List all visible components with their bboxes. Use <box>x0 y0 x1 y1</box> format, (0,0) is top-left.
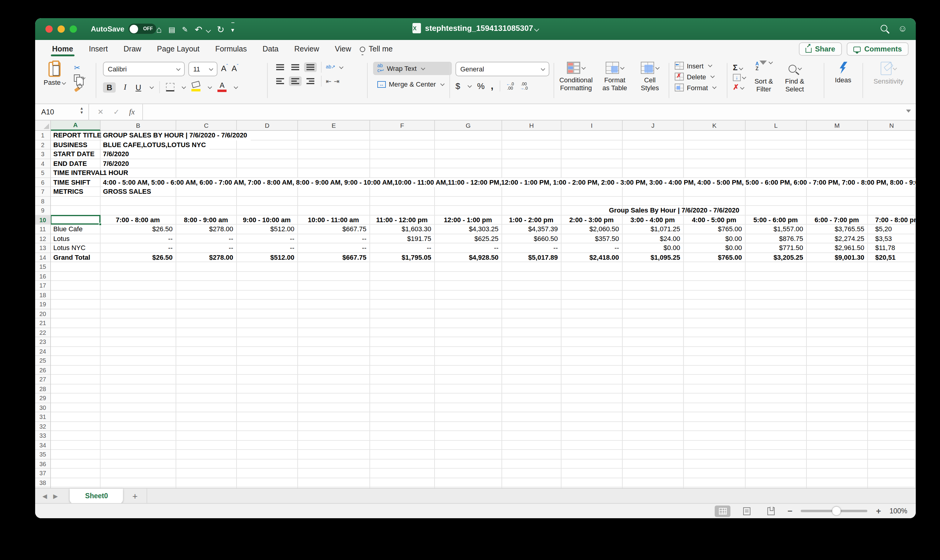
select-all-corner[interactable] <box>35 120 51 131</box>
underline-chevron-icon[interactable] <box>149 85 154 89</box>
row-number-2[interactable]: 2 <box>35 140 50 149</box>
cells-area[interactable]: REPORT TITLEGROUP SALES BY HOUR | 7/6/20… <box>51 131 916 488</box>
row-number-34[interactable]: 34 <box>35 440 50 450</box>
row-number-23[interactable]: 23 <box>35 337 50 346</box>
column-header-J[interactable]: J <box>623 120 684 131</box>
decrease-decimal-button[interactable]: ←.0.00 <box>506 82 514 90</box>
row-number-16[interactable]: 16 <box>35 272 50 281</box>
row-number-6[interactable]: 6 <box>35 178 50 187</box>
row-number-3[interactable]: 3 <box>35 149 50 159</box>
document-title[interactable]: stephtesting_1594131085307 <box>425 24 533 33</box>
bold-button[interactable]: B <box>103 82 116 92</box>
font-size-select[interactable]: 11 <box>188 62 217 76</box>
format-painter-button[interactable] <box>74 84 82 91</box>
row-number-25[interactable]: 25 <box>35 356 50 365</box>
row-number-9[interactable]: 9 <box>35 206 50 215</box>
row-number-30[interactable]: 30 <box>35 403 50 412</box>
add-sheet-button[interactable]: + <box>123 488 148 503</box>
row-number-10[interactable]: 10 <box>35 215 50 225</box>
insert-cells-button[interactable]: Insert <box>675 62 716 69</box>
column-header-G[interactable]: G <box>435 120 502 131</box>
tab-draw[interactable]: Draw <box>123 41 141 57</box>
cell-styles-button[interactable]: CellStyles <box>636 62 664 91</box>
wrap-text-button[interactable]: abc↩ Wrap Text <box>373 62 452 75</box>
clear-button[interactable]: ✗ <box>733 83 746 91</box>
align-top-button[interactable] <box>274 63 287 72</box>
tab-home[interactable]: Home <box>52 41 73 57</box>
conditional-formatting-button[interactable]: ConditionalFormatting <box>558 62 593 91</box>
copy-button[interactable] <box>74 74 85 82</box>
underline-button[interactable]: U <box>134 82 142 92</box>
row-number-5[interactable]: 5 <box>35 168 50 178</box>
column-header-F[interactable]: F <box>370 120 435 131</box>
increase-font-size-button[interactable]: Aˆ <box>221 63 228 76</box>
row-number-12[interactable]: 12 <box>35 234 50 243</box>
tell-me-button[interactable]: Tell me <box>360 41 393 57</box>
column-header-L[interactable]: L <box>746 120 807 131</box>
percent-button[interactable]: % <box>477 81 485 91</box>
font-color-chevron-icon[interactable] <box>234 85 238 89</box>
prev-sheet-icon[interactable]: ◀ <box>42 492 47 499</box>
currency-chevron-icon[interactable] <box>468 83 472 88</box>
row-number-36[interactable]: 36 <box>35 459 50 469</box>
align-left-button[interactable] <box>274 77 287 86</box>
row-number-21[interactable]: 21 <box>35 318 50 328</box>
paste-button[interactable]: Paste <box>44 62 65 91</box>
title-chevron-icon[interactable] <box>534 26 539 31</box>
align-right-button[interactable] <box>304 77 317 86</box>
row-number-11[interactable]: 11 <box>35 225 50 234</box>
merge-center-button[interactable]: ↔ Merge & Center <box>373 79 452 89</box>
row-number-18[interactable]: 18 <box>35 290 50 300</box>
column-header-I[interactable]: I <box>561 120 623 131</box>
column-header-M[interactable]: M <box>807 120 868 131</box>
row-number-8[interactable]: 8 <box>35 197 50 206</box>
increase-decimal-button[interactable]: .00→.0 <box>520 82 528 90</box>
column-header-H[interactable]: H <box>502 120 561 131</box>
share-button[interactable]: Share <box>798 42 842 56</box>
column-header-B[interactable]: B <box>100 120 176 131</box>
align-center-button[interactable] <box>289 77 302 86</box>
row-number-4[interactable]: 4 <box>35 159 50 168</box>
formula-input[interactable] <box>143 104 916 120</box>
page-layout-view-icon[interactable] <box>739 505 755 517</box>
row-number-35[interactable]: 35 <box>35 450 50 459</box>
row-number-20[interactable]: 20 <box>35 309 50 318</box>
cut-button[interactable]: ✂ <box>74 64 85 72</box>
row-number-29[interactable]: 29 <box>35 394 50 403</box>
decrease-indent-button[interactable]: ⇤ <box>326 77 331 85</box>
delete-cells-button[interactable]: Delete <box>675 73 716 80</box>
row-number-15[interactable]: 15 <box>35 262 50 272</box>
comma-button[interactable]: , <box>491 80 494 91</box>
row-number-24[interactable]: 24 <box>35 346 50 356</box>
search-icon[interactable] <box>880 25 887 31</box>
decrease-font-size-button[interactable]: Aˇ <box>232 63 239 76</box>
page-break-view-icon[interactable] <box>763 505 779 517</box>
orientation-chevron-icon[interactable] <box>339 65 343 69</box>
confirm-entry-icon[interactable]: ✓ <box>113 108 119 116</box>
insert-function-icon[interactable]: fx <box>129 107 135 117</box>
row-number-13[interactable]: 13 <box>35 243 50 253</box>
name-box-steppers[interactable]: ▲▼ <box>80 106 83 114</box>
zoom-slider[interactable] <box>801 510 868 512</box>
autosum-button[interactable]: Σ <box>733 63 746 72</box>
row-number-27[interactable]: 27 <box>35 375 50 384</box>
column-header-C[interactable]: C <box>176 120 237 131</box>
borders-chevron-icon[interactable] <box>182 85 186 89</box>
format-as-table-button[interactable]: Formatas Table <box>597 62 632 91</box>
align-middle-button[interactable] <box>289 63 302 72</box>
italic-button[interactable]: I <box>122 82 128 92</box>
row-number-22[interactable]: 22 <box>35 328 50 337</box>
fill-button[interactable]: ↓ <box>733 74 746 81</box>
column-header-N[interactable]: N <box>868 120 916 131</box>
fill-color-chevron-icon[interactable] <box>208 85 212 89</box>
selected-cell-A10[interactable] <box>51 215 100 225</box>
number-format-select[interactable]: General <box>455 62 549 76</box>
format-cells-button[interactable]: Format <box>675 83 716 91</box>
column-header-E[interactable]: E <box>298 120 370 131</box>
tab-formulas[interactable]: Formulas <box>215 41 247 57</box>
cancel-entry-icon[interactable]: ✕ <box>97 108 103 116</box>
sort-filter-button[interactable]: AZ Sort &Filter <box>750 62 777 92</box>
comments-button[interactable]: Comments <box>847 42 909 56</box>
row-number-26[interactable]: 26 <box>35 365 50 375</box>
currency-button[interactable]: $ <box>455 81 460 91</box>
